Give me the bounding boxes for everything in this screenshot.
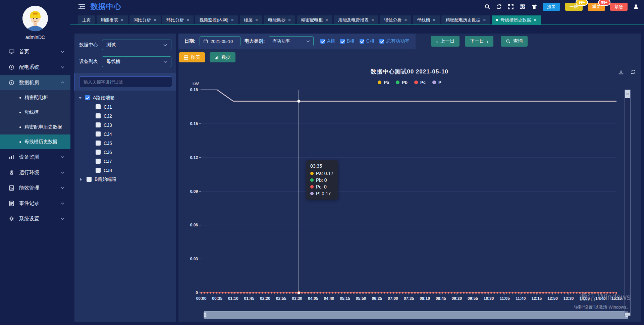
- tree-checkbox-CJ3[interactable]: [96, 122, 101, 127]
- query-button[interactable]: 查询: [501, 36, 528, 47]
- tab-close-icon[interactable]: ✕: [231, 18, 234, 22]
- horizontal-datazoom-slider[interactable]: [204, 311, 628, 319]
- tree-node-CJ6[interactable]: CJ6: [74, 148, 176, 157]
- tree-checkbox-CJ7[interactable]: [96, 159, 101, 164]
- sidebar-item-设备监测[interactable]: 设备监测: [0, 149, 70, 165]
- tree-node-CJ4[interactable]: CJ4: [74, 129, 176, 139]
- tree-node-A路始端箱[interactable]: A路始端箱: [74, 93, 176, 102]
- legend-item-Pa[interactable]: Pa: [378, 80, 389, 85]
- alert-button-warning[interactable]: 预警: [543, 3, 560, 11]
- tab-close-icon[interactable]: ✕: [483, 18, 486, 22]
- sidebar-subitem-母线槽[interactable]: 母线槽: [0, 105, 70, 120]
- tree-checkbox-A路始端箱[interactable]: [85, 95, 90, 100]
- prev-day-button[interactable]: ‹ 上一日: [431, 36, 460, 47]
- legend-item-P[interactable]: P: [432, 80, 441, 85]
- alert-button-important[interactable]: 重要99+: [588, 3, 605, 11]
- translate-icon[interactable]: A文: [519, 3, 526, 10]
- tree-node-CJ1[interactable]: CJ1: [74, 102, 176, 111]
- user-icon[interactable]: [633, 3, 639, 10]
- sidebar-subitem-母线槽历史数据[interactable]: 母线槽历史数据: [0, 134, 70, 149]
- data-view-button[interactable]: 数据: [210, 52, 235, 62]
- avatar[interactable]: Acrel: [22, 6, 48, 31]
- tab-母线槽[interactable]: 母线槽✕: [413, 15, 440, 24]
- tab-环比分析[interactable]: 环比分析✕: [162, 15, 194, 24]
- date-picker[interactable]: 2021-05-10: [200, 36, 240, 46]
- caret-collapsed-icon[interactable]: [80, 178, 84, 181]
- datazoom-bottom-handle[interactable]: [625, 313, 630, 316]
- legend-item-Pb[interactable]: Pb: [396, 80, 408, 85]
- phase-checkbox-A相[interactable]: A相: [320, 38, 335, 44]
- tab-精密配电柜[interactable]: 精密配电柜✕: [297, 15, 332, 24]
- fullscreen-icon[interactable]: [507, 3, 514, 10]
- legend-item-Pc[interactable]: Pc: [414, 80, 426, 85]
- tab-视频监控(内网)[interactable]: 视频监控(内网)✕: [195, 15, 238, 24]
- tab-close-icon[interactable]: ✕: [186, 18, 190, 22]
- sidebar-item-系统设置[interactable]: 系统设置: [0, 211, 70, 226]
- tab-同比分析[interactable]: 同比分析✕: [129, 15, 161, 24]
- tab-close-icon[interactable]: ✕: [153, 18, 157, 22]
- tree-filter-input[interactable]: [79, 76, 172, 87]
- alert-button-urgent[interactable]: 紧急: [610, 3, 628, 11]
- tab-电能集抄[interactable]: 电能集抄✕: [264, 15, 295, 24]
- tree-checkbox-CJ6[interactable]: [96, 150, 101, 155]
- next-day-button[interactable]: 下一日 ›: [465, 36, 493, 47]
- tree-checkbox-CJ8[interactable]: [96, 168, 101, 173]
- tree-checkbox-CJ1[interactable]: [96, 104, 101, 109]
- refresh-icon[interactable]: [496, 3, 502, 10]
- tab-close-icon[interactable]: ✕: [432, 18, 436, 22]
- sidebar-item-能效管理[interactable]: 能效管理: [0, 180, 70, 196]
- tab-楼层[interactable]: 楼层✕: [240, 15, 262, 24]
- sidebar-item-运行环境[interactable]: 运行环境: [0, 165, 70, 180]
- phase-checkbox-B相[interactable]: B相: [340, 38, 355, 44]
- sidebar-subitem-精密配电历史数据[interactable]: 精密配电历史数据: [0, 120, 70, 134]
- phase-checkbox-总有功功率[interactable]: 总有功功率: [379, 38, 410, 44]
- line-chart-plot[interactable]: 00.030.060.090.120.150.1800:0000:3501:10…: [178, 66, 641, 322]
- chart-view-button[interactable]: 图表: [179, 52, 205, 62]
- tab-母线槽历史数据[interactable]: 母线槽历史数据✕: [492, 15, 541, 24]
- alert-button-general[interactable]: 一般99+: [565, 3, 583, 11]
- tab-close-icon[interactable]: ✕: [371, 18, 374, 22]
- tab-close-icon[interactable]: ✕: [533, 18, 537, 22]
- sidebar-item-事件记录[interactable]: 事件记录: [0, 196, 70, 211]
- tree-node-CJ5[interactable]: CJ5: [74, 139, 176, 148]
- datazoom-left-handle[interactable]: [204, 312, 207, 318]
- checkbox-icon[interactable]: [379, 39, 384, 44]
- theme-shirt-icon[interactable]: [531, 3, 538, 10]
- tree-checkbox-B路始端箱[interactable]: [87, 177, 92, 182]
- power-type-select[interactable]: 有功功率: [269, 36, 314, 46]
- tab-精密配电历史数据[interactable]: 精密配电历史数据✕: [441, 15, 490, 24]
- menu-toggle-icon[interactable]: [78, 4, 85, 9]
- tree-checkbox-CJ5[interactable]: [96, 141, 101, 146]
- caret-expanded-icon[interactable]: [78, 97, 82, 101]
- search-icon[interactable]: [484, 3, 491, 10]
- tab-谐波分析[interactable]: 谐波分析✕: [380, 15, 411, 24]
- checkbox-icon[interactable]: [320, 39, 325, 44]
- tree-checkbox-CJ4[interactable]: [96, 131, 101, 137]
- tab-close-icon[interactable]: ✕: [325, 18, 328, 22]
- tab-用能报表[interactable]: 用能报表✕: [97, 15, 128, 24]
- data-center-select[interactable]: 测试: [102, 40, 171, 50]
- tree-node-CJ7[interactable]: CJ7: [74, 157, 176, 166]
- sidebar-item-数据机房[interactable]: 数据机房: [0, 75, 70, 90]
- sidebar-item-配电系统[interactable]: 配电系统: [0, 59, 70, 75]
- datazoom-top-handle[interactable]: [625, 90, 630, 98]
- tree-node-B路始端箱[interactable]: B路始端箱: [74, 175, 176, 184]
- vertical-datazoom-slider[interactable]: [625, 90, 631, 316]
- tab-close-icon[interactable]: ✕: [404, 18, 407, 22]
- tab-close-icon[interactable]: ✕: [288, 18, 291, 22]
- checkbox-icon[interactable]: [360, 39, 364, 44]
- sidebar-item-首页[interactable]: 首页: [0, 44, 70, 59]
- tab-用能及电费报表[interactable]: 用能及电费报表✕: [334, 15, 378, 24]
- phase-checkbox-C相[interactable]: C相: [360, 38, 374, 44]
- tree-node-CJ3[interactable]: CJ3: [74, 120, 176, 129]
- tab-close-icon[interactable]: ✕: [255, 18, 258, 22]
- tree-node-CJ2[interactable]: CJ2: [74, 111, 176, 120]
- device-list-select[interactable]: 母线槽: [102, 56, 171, 67]
- tree-checkbox-CJ2[interactable]: [96, 113, 101, 118]
- sidebar-subitem-精密配电柜[interactable]: 精密配电柜: [0, 90, 70, 105]
- checkbox-icon[interactable]: [340, 39, 345, 44]
- reload-icon[interactable]: [630, 69, 636, 75]
- tab-close-icon[interactable]: ✕: [120, 18, 124, 22]
- download-icon[interactable]: [618, 69, 624, 75]
- tree-node-CJ8[interactable]: CJ8: [74, 166, 176, 175]
